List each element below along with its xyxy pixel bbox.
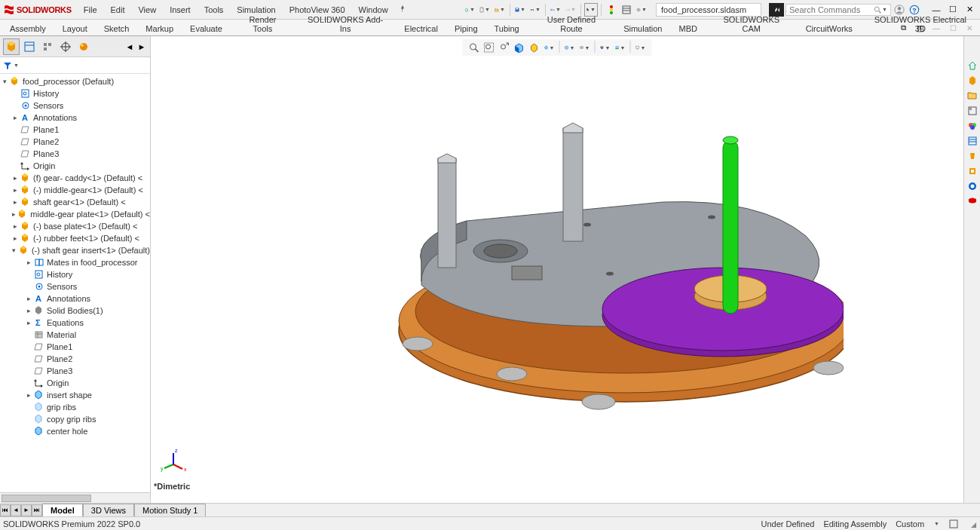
graphics-viewport[interactable]: ▼ ▼ ▼ ▼ ▼ ▼ xyxy=(151,36,963,503)
pin-icon[interactable] xyxy=(396,2,409,16)
tree-next-icon[interactable]: ► xyxy=(136,38,147,55)
mdi-close-button[interactable]: ✕ xyxy=(962,21,977,35)
file-explorer-icon[interactable] xyxy=(966,89,979,103)
tree-prev-icon[interactable]: ◄ xyxy=(124,38,135,55)
tab-prev-icon[interactable]: ◄ xyxy=(11,504,21,516)
options-icon[interactable]: ▼ xyxy=(635,3,648,17)
tree-node[interactable]: Sensors xyxy=(0,100,150,112)
feature-tree-tab-icon[interactable] xyxy=(3,38,20,55)
expand-icon[interactable]: ▸ xyxy=(11,222,20,230)
menu-insert[interactable]: Insert xyxy=(164,2,197,17)
tree-node[interactable]: Plane2 xyxy=(0,136,150,148)
prev-view-icon[interactable] xyxy=(498,41,511,54)
sw-red-icon[interactable] xyxy=(966,195,979,208)
tree-node[interactable]: ▸shaft gear<1> (Default) < xyxy=(0,196,150,208)
mdi-separate-icon[interactable]: ⧉ xyxy=(896,21,911,35)
tree-filter-bar[interactable]: ▼ xyxy=(0,57,150,74)
tree-node[interactable]: ▸Solid Bodies(1) xyxy=(0,305,150,317)
expand-icon[interactable]: ▸ xyxy=(24,391,33,399)
bottom-tab-motion[interactable]: Motion Study 1 xyxy=(134,504,206,516)
forum-icon[interactable] xyxy=(966,179,979,193)
tree-node[interactable]: Plane3 xyxy=(0,365,150,377)
tree-node[interactable]: center hole xyxy=(0,425,150,437)
design-lib-icon[interactable] xyxy=(966,74,979,87)
tree-node[interactable]: ▸(f) gear- caddy<1> (Default) < xyxy=(0,172,150,184)
tab-circuit[interactable]: CircuitWorks xyxy=(798,21,861,35)
status-custom[interactable]: Custom xyxy=(896,519,924,528)
config-tab-icon[interactable] xyxy=(39,38,56,55)
expand-icon[interactable]: ▸ xyxy=(24,259,33,266)
tab-simulation[interactable]: Simulation xyxy=(615,21,670,35)
view-palette-icon[interactable] xyxy=(966,104,979,118)
hide-show-icon[interactable]: ▼ xyxy=(578,41,592,54)
zoom-fit-icon[interactable] xyxy=(467,41,481,54)
tab-addins[interactable]: SOLIDWORKS Add-Ins xyxy=(295,12,396,35)
expand-icon[interactable]: ▸ xyxy=(24,319,33,326)
tree-node[interactable]: copy grip ribs xyxy=(0,413,150,425)
tab-mbd[interactable]: MBD xyxy=(670,21,705,35)
expand-icon[interactable]: ▸ xyxy=(11,198,20,206)
tree-node[interactable]: ▾food_processor (Default) xyxy=(0,75,150,87)
feature-tree[interactable]: ▾food_processor (Default) HistorySensors… xyxy=(0,74,150,492)
expand-icon[interactable]: ▸ xyxy=(24,295,33,302)
tree-node[interactable]: Plane1 xyxy=(0,341,150,353)
tree-node[interactable]: Plane1 xyxy=(0,124,150,136)
status-resize-icon[interactable] xyxy=(968,519,977,528)
bottom-tab-model[interactable]: Model xyxy=(42,504,83,516)
tree-node[interactable]: ▸(-) rubber feet<1> (Default) < xyxy=(0,232,150,244)
tree-node[interactable]: Origin xyxy=(0,377,150,389)
tab-last-icon[interactable]: ⏭ xyxy=(32,504,42,516)
view-settings-icon[interactable]: ▼ xyxy=(634,41,648,54)
expand-icon[interactable]: ▸ xyxy=(11,210,17,218)
display-style-icon[interactable]: ▼ xyxy=(563,41,577,54)
cam-icon[interactable] xyxy=(966,149,979,163)
tree-node[interactable]: ▸(-) middle-gear<1> (Default) < xyxy=(0,184,150,196)
filter-icon[interactable] xyxy=(3,61,12,70)
menu-file[interactable]: File xyxy=(78,2,103,17)
apply-scene-icon[interactable]: ▼ xyxy=(614,41,627,54)
expand-icon[interactable]: ▾ xyxy=(11,247,18,254)
tab-sketch[interactable]: Sketch xyxy=(96,21,138,35)
tab-assembly[interactable]: Assembly xyxy=(2,21,54,35)
orientation-triad[interactable]: x y z xyxy=(158,446,188,476)
mdi-popout-icon[interactable]: ◳ xyxy=(912,21,927,35)
tab-first-icon[interactable]: ⏮ xyxy=(0,504,11,516)
bottom-tab-3dviews[interactable]: 3D Views xyxy=(83,504,134,516)
tree-node[interactable]: ▸AAnnotations xyxy=(0,293,150,305)
tab-render[interactable]: Render Tools xyxy=(231,12,295,35)
expand-icon[interactable]: ▸ xyxy=(11,114,20,121)
tab-piping[interactable]: Piping xyxy=(446,21,486,35)
tree-node[interactable]: ▸AAnnotations xyxy=(0,112,150,124)
tree-node[interactable]: Sensors xyxy=(0,280,150,293)
status-hidethings-icon[interactable] xyxy=(948,519,959,529)
custom-props-icon[interactable] xyxy=(966,134,979,148)
mdi-min-button[interactable]: — xyxy=(929,21,944,35)
edit-appearance-icon[interactable]: ▼ xyxy=(599,41,612,54)
tree-node[interactable]: ▸(-) base plate<1> (Default) < xyxy=(0,220,150,232)
save-icon[interactable]: ▼ xyxy=(513,3,527,17)
tree-node[interactable]: ▸middle-gear plate<1> (Default) < xyxy=(0,208,150,220)
open-icon[interactable]: ▼ xyxy=(493,3,507,17)
tab-markup[interactable]: Markup xyxy=(137,21,182,35)
mdi-max-button[interactable]: ☐ xyxy=(945,21,960,35)
appearances-icon[interactable] xyxy=(966,119,979,133)
tree-node[interactable]: History xyxy=(0,268,150,280)
menu-edit[interactable]: Edit xyxy=(105,2,131,17)
expand-icon[interactable]: ▾ xyxy=(0,78,9,85)
tree-node[interactable]: History xyxy=(0,87,150,100)
tree-node[interactable]: Plane2 xyxy=(0,353,150,365)
tree-node[interactable]: ▸ΣEquations xyxy=(0,317,150,329)
tree-node[interactable]: ▾(-) shaft gear insert<1> (Default) xyxy=(0,244,150,256)
tab-electrical[interactable]: Electrical xyxy=(396,21,446,35)
tab-layout[interactable]: Layout xyxy=(54,21,96,35)
expand-icon[interactable]: ▸ xyxy=(11,174,20,182)
dimxpert-tab-icon[interactable] xyxy=(57,38,74,55)
tree-node[interactable]: Origin xyxy=(0,160,150,172)
tab-user-route[interactable]: User Defined Route xyxy=(528,12,615,35)
tab-evaluate[interactable]: Evaluate xyxy=(182,21,231,35)
dynamic-icon[interactable] xyxy=(528,41,541,54)
tree-node[interactable]: Material xyxy=(0,329,150,341)
tree-node[interactable]: Plane3 xyxy=(0,148,150,160)
rebuild-icon[interactable] xyxy=(620,3,633,17)
tree-node[interactable]: ▸Mates in food_processor xyxy=(0,256,150,268)
